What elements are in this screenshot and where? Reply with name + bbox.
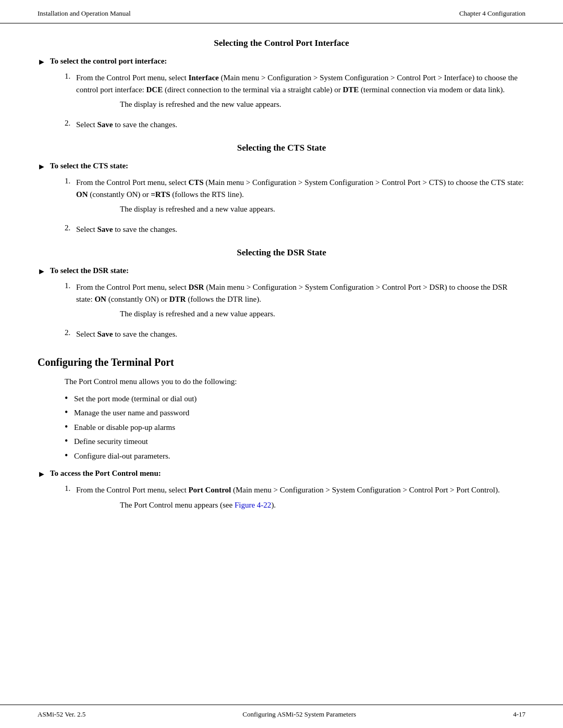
step-text: From the Control Port menu, select Inter… [76,72,525,95]
step-1-control-port: 1. From the Control Port menu, select In… [65,72,525,114]
procedure-header-terminal-port: ► To access the Port Control menu: [38,469,525,479]
step-content: From the Control Port menu, select CTS (… [76,177,525,218]
arrow-icon-dsr: ► [38,267,46,276]
step-content: Select Save to save the changes. [76,119,525,131]
step-2-cts: 2. Select Save to save the changes. [65,224,525,236]
step-text: From the Control Port menu, select DSR (… [76,281,525,305]
step-1-terminal-port: 1. From the Control Port menu, select Po… [65,484,525,514]
step-text: From the Control Port menu, select Port … [76,484,525,496]
bullet-text: Set the port mode (terminal or dial out) [74,393,197,405]
step-text: Select Save to save the changes. [76,119,525,131]
section-dsr-state: Selecting the DSR State ► To select the … [38,248,525,340]
bullet-text: Manage the user name and password [74,407,189,419]
step-number: 1. [65,281,76,290]
step-text: Select Save to save the changes. [76,224,525,236]
bullet-text: Configure dial-out parameters. [74,450,170,462]
bullet-item-5: • Configure dial-out parameters. [65,450,525,462]
section-cts-state: Selecting the CTS State ► To select the … [38,143,525,235]
procedure-label-control-port: To select the control port interface: [50,57,167,66]
section-title-control-port: Selecting the Control Port Interface [38,38,525,48]
steps-list-cts: 1. From the Control Port menu, select CT… [65,177,525,235]
step-note: The Port Control menu appears (see Figur… [120,499,525,511]
step-note: The display is refreshed and a new value… [120,203,525,215]
bullet-text: Enable or disable pop-up alarms [74,422,175,434]
step-content: From the Control Port menu, select DSR (… [76,281,525,323]
bullet-item-3: • Enable or disable pop-up alarms [65,422,525,434]
step-note: The display is refreshed and the new val… [120,98,525,110]
step-content: From the Control Port menu, select Inter… [76,72,525,114]
step-2-dsr: 2. Select Save to save the changes. [65,328,525,340]
step-content: Select Save to save the changes. [76,328,525,340]
footer-left: ASMi-52 Ver. 2.5 [38,710,85,719]
section-terminal-port: Configuring the Terminal Port The Port C… [38,356,525,514]
step-1-cts: 1. From the Control Port menu, select CT… [65,177,525,218]
figure-link[interactable]: Figure 4-22 [235,501,271,509]
header-left: Installation and Operation Manual [38,9,131,18]
bullet-dot: • [65,407,74,418]
step-content: From the Control Port menu, select Port … [76,484,525,514]
section-control-port-interface: Selecting the Control Port Interface ► T… [38,38,525,130]
procedure-header-cts: ► To select the CTS state: [38,162,525,171]
procedure-header-control-port: ► To select the control port interface: [38,57,525,67]
bullet-item-4: • Define security timeout [65,436,525,448]
page-content: Selecting the Control Port Interface ► T… [0,23,563,568]
procedure-header-dsr: ► To select the DSR state: [38,266,525,276]
step-number: 1. [65,484,76,493]
step-text: Select Save to save the changes. [76,328,525,340]
major-section-title: Configuring the Terminal Port [38,356,525,368]
terminal-port-intro: The Port Control menu allows you to do t… [65,376,525,388]
step-number: 1. [65,177,76,186]
arrow-icon-control-port: ► [38,57,46,67]
page-footer: ASMi-52 Ver. 2.5 Configuring ASMi-52 Sys… [0,705,563,728]
page-header: Installation and Operation Manual Chapte… [0,0,563,23]
bullet-item-1: • Set the port mode (terminal or dial ou… [65,393,525,405]
procedure-label-terminal-port: To access the Port Control menu: [50,469,161,478]
arrow-icon-cts: ► [38,162,46,171]
steps-list-control-port: 1. From the Control Port menu, select In… [65,72,525,130]
step-2-control-port: 2. Select Save to save the changes. [65,119,525,131]
step-number: 2. [65,328,76,337]
step-note: The display is refreshed and a new value… [120,308,525,320]
step-number: 2. [65,119,76,128]
bullet-dot: • [65,450,74,462]
procedure-label-dsr: To select the DSR state: [50,266,129,275]
bullet-dot: • [65,436,74,447]
section-title-cts: Selecting the CTS State [38,143,525,153]
step-number: 2. [65,224,76,232]
step-1-dsr: 1. From the Control Port menu, select DS… [65,281,525,323]
steps-list-terminal-port: 1. From the Control Port menu, select Po… [65,484,525,514]
footer-center: Configuring ASMi-52 System Parameters [242,710,356,719]
bullet-text: Define security timeout [74,436,148,448]
header-right: Chapter 4 Configuration [459,9,525,18]
step-text: From the Control Port menu, select CTS (… [76,177,525,200]
step-number: 1. [65,72,76,81]
footer-right: 4-17 [513,710,525,719]
step-content: Select Save to save the changes. [76,224,525,236]
section-title-dsr: Selecting the DSR State [38,248,525,258]
arrow-icon-terminal-port: ► [38,470,46,479]
bullet-item-2: • Manage the user name and password [65,407,525,419]
terminal-port-bullets: • Set the port mode (terminal or dial ou… [65,393,525,462]
bullet-dot: • [65,422,74,433]
procedure-label-cts: To select the CTS state: [50,162,128,170]
bullet-dot: • [65,393,74,404]
steps-list-dsr: 1. From the Control Port menu, select DS… [65,281,525,340]
